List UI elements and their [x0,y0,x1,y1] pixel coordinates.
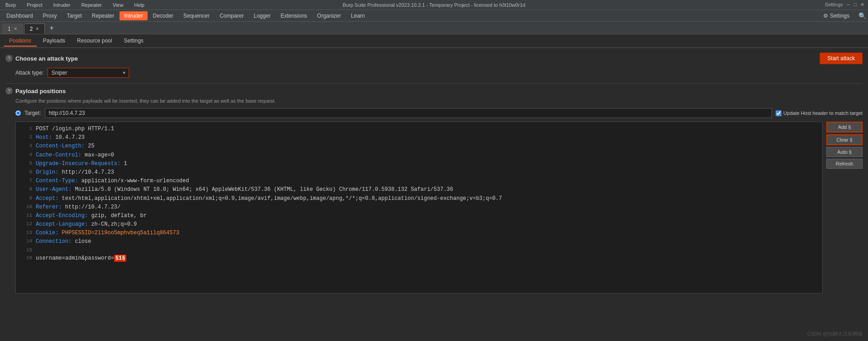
tab-decoder[interactable]: Decoder [149,11,178,20]
minimize-btn[interactable]: ─ [847,2,850,8]
menu-project[interactable]: Project [25,2,44,8]
target-label: Target: [24,110,41,116]
menu-view[interactable]: View [111,2,125,8]
line-text: 25 [88,143,94,149]
update-host-label: Update Host header to match target [783,110,863,116]
request-area: 1POST /login.php HTTP/1.12Host: 10.4.7.2… [15,122,863,294]
line-text: POST /login.php HTTP/1.1 [36,126,114,132]
menu-intruder[interactable]: Intruder [52,2,72,8]
header-name: Upgrade-Insecure-Requests: [36,161,124,167]
table-row: 3Content-Length: 25 [19,142,819,151]
maximize-btn[interactable]: □ [854,2,857,8]
table-row: 15 [19,246,819,255]
line-text: username=admin&password= [36,255,114,261]
add-section-button[interactable]: Add § [826,122,863,133]
main-content: ? Choose an attack type Start attack Att… [0,48,868,298]
attack-type-select[interactable]: Sniper Battering ram Pitchfork Cluster b… [48,68,129,78]
table-row: 7Content-Type: application/x-www-form-ur… [19,177,819,185]
title-bar: Burp Project Intruder Repeater View Help… [0,0,868,10]
tab-comparer[interactable]: Comparer [215,11,248,20]
header-name: Connection: [36,238,75,245]
subtab-payloads[interactable]: Payloads [38,36,71,47]
menu-repeater[interactable]: Repeater [79,2,103,8]
gear-icon: ⚙ [823,13,828,19]
line-text: http://10.4.7.23 [62,169,114,175]
header-name: Referer: [36,204,65,210]
line-text: max-age=0 [85,152,114,158]
tab-target[interactable]: Target [62,11,86,20]
table-row: 9Accept: text/html,application/xhtml+xml… [19,194,819,203]
update-host-checkbox[interactable] [776,110,782,116]
header-name: Accept: [36,195,62,202]
table-row: 11Accept-Encoding: gzip, deflate, br [19,212,819,220]
target-row: Target: Update Host header to match targ… [5,108,863,118]
main-tab-bar: Dashboard Proxy Target Repeater Intruder… [0,10,868,22]
header-name: Content-Length: [36,143,88,149]
table-row: 8User-Agent: Mozilla/5.0 (Windows NT 10.… [19,185,819,194]
menu-help[interactable]: Help [132,2,146,8]
attack-type-row: Attack type: Sniper Battering ram Pitchf… [5,68,863,78]
header-name: Cookie: [36,230,62,236]
header-name: Content-Type: [36,178,82,184]
tab-dashboard[interactable]: Dashboard [2,11,38,20]
attack-type-label: Attack type: [15,70,44,76]
target-input[interactable] [45,108,772,118]
new-tab-button[interactable]: + [46,22,57,34]
start-attack-button[interactable]: Start attack [820,52,863,64]
attack-type-header: ? Choose an attack type Start attack [5,52,863,64]
payload-positions-title: Payload positions [15,88,66,95]
menu-burp[interactable]: Burp [4,2,18,8]
tab-learn[interactable]: Learn [346,11,369,20]
line-text: text/html,application/xhtml+xml,applicat… [62,195,502,202]
table-row: 1POST /login.php HTTP/1.1 [19,125,819,133]
table-row: 13Cookie: PHPSESSID=2l19oo5mphvbeq5a1ilq… [19,229,819,237]
window-controls: Settings ─ □ ✕ [825,2,864,8]
subtab-settings[interactable]: Settings [118,36,149,47]
intruder-tab-1-close[interactable]: ✕ [14,27,17,31]
intruder-tab-2-label: 2 [30,26,33,32]
intruder-tab-1[interactable]: 1 ✕ [2,24,23,34]
settings-label[interactable]: Settings [825,2,843,8]
tab-extensions[interactable]: Extensions [276,11,312,20]
line-text: Mozilla/5.0 (Windows NT 10.0; Win64; x64… [75,186,453,193]
settings-text: Settings [830,13,849,19]
payload-positions-help-icon[interactable]: ? [5,87,13,95]
header-name: Cache-Control: [36,152,85,158]
tab-repeater[interactable]: Repeater [87,11,119,20]
tab-intruder[interactable]: Intruder [120,11,147,20]
tab-sequencer[interactable]: Sequencer [179,11,214,20]
close-btn[interactable]: ✕ [860,2,864,8]
tab-proxy[interactable]: Proxy [38,11,62,20]
table-row: 10Referer: http://10.4.7.23/ [19,203,819,212]
auto-section-button[interactable]: Auto § [826,147,863,157]
table-row: 12Accept-Language: zh-CN,zh;q=0.9 [19,220,819,229]
tab-organizer[interactable]: Organizer [312,11,345,20]
clear-section-button[interactable]: Clear § [826,134,863,145]
payload-marker: §1§ [114,255,127,262]
code-editor[interactable]: 1POST /login.php HTTP/1.12Host: 10.4.7.2… [15,122,823,294]
subtab-positions[interactable]: Positions [4,36,37,47]
divider-1 [5,83,863,84]
subtab-resource-pool[interactable]: Resource pool [72,36,117,47]
window-title: Burp Suite Professional v2023.10.2.1 - T… [343,2,525,8]
line-text: http://10.4.7.23/ [65,204,120,210]
intruder-tab-2-close[interactable]: ✕ [35,27,39,31]
watermark: CSDN @扣脚大汉在网络 [807,331,863,337]
refresh-button[interactable]: Refresh [826,159,863,169]
side-buttons: Add § Clear § Auto § Refresh [826,122,863,294]
table-row: 2Host: 10.4.7.23 [19,133,819,142]
header-name: Host: [36,134,55,141]
attack-type-help-icon[interactable]: ? [5,55,13,62]
settings-button[interactable]: ⚙ Settings [819,11,854,20]
tab-logger[interactable]: Logger [249,11,275,20]
search-icon[interactable]: 🔍 [858,12,866,19]
table-row: 6Origin: http://10.4.7.23 [19,168,819,177]
table-row: 16username=admin&password=§1§ [19,254,819,263]
sub-tab-bar: Positions Payloads Resource pool Setting… [0,34,868,48]
payload-positions-header: ? Payload positions [5,87,863,95]
table-row: 5Upgrade-Insecure-Requests: 1 [19,160,819,168]
target-radio[interactable] [15,110,21,116]
intruder-tab-2[interactable]: 2 ✕ [24,24,45,34]
line-text: application/x-www-form-urlencoded [82,178,189,184]
header-name: Accept-Encoding: [36,213,91,219]
